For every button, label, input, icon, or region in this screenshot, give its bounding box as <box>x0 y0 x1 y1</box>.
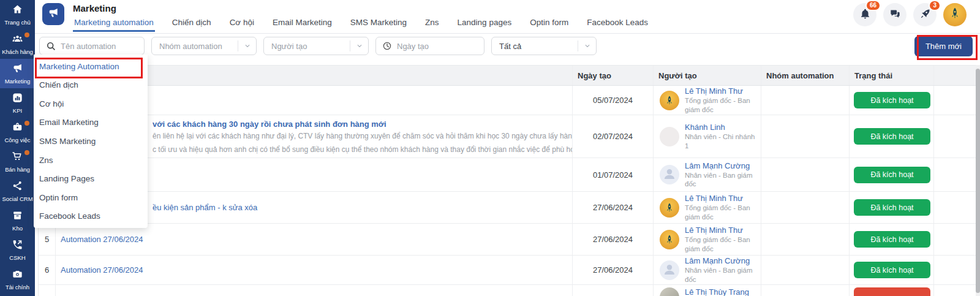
table-row: 5 Automation 27/06/2024 27/06/2024 Lê Th… <box>39 224 976 256</box>
vertical-scrollbar <box>976 65 980 296</box>
creator-avatar-placeholder <box>660 260 679 280</box>
creator-name-link[interactable]: Lê Thị Minh Thư <box>685 194 761 203</box>
creator-name-link[interactable]: Lâm Mạnh Cường <box>685 161 761 171</box>
sidebar-item-cong-viec[interactable]: Công việc <box>0 118 35 147</box>
person-icon <box>662 262 677 279</box>
megaphone-icon <box>47 7 59 21</box>
launcher-button[interactable]: 3 <box>913 3 937 26</box>
customers-icon <box>12 33 23 47</box>
sidebar-item-marketing[interactable]: Marketing <box>0 59 35 88</box>
group-cell <box>761 192 850 223</box>
tab-optin-form[interactable]: Optin form <box>529 18 570 32</box>
sidebar-item-social-crm[interactable]: Social CRM <box>0 176 35 206</box>
creator-avatar <box>660 127 679 146</box>
sidebar-item-label: Tài chính <box>6 284 29 290</box>
dropdown-item-marketing-automation[interactable]: Marketing Automation <box>34 57 148 76</box>
tab-sms-marketing[interactable]: SMS Marketing <box>349 18 408 32</box>
dropdown-item-email-marketing[interactable]: Email Marketing <box>34 113 148 132</box>
creator-role: Nhân viên - Chi nhánh 1 <box>685 132 761 150</box>
automation-group-select[interactable]: Nhóm automation <box>151 37 257 55</box>
dropdown-item-landing-pages[interactable]: Landing Pages <box>34 169 148 188</box>
status-cell: Đã kích hoạt <box>850 86 934 115</box>
automation-name-link[interactable]: Automation 27/06/2024 <box>56 256 573 284</box>
automation-name-link[interactable] <box>56 285 573 296</box>
tab-facebook-leads[interactable]: Facebook Leads <box>586 18 649 32</box>
automation-name-filter <box>39 37 145 55</box>
status-badge[interactable] <box>854 287 930 296</box>
tab-landing-pages[interactable]: Landing pages <box>456 18 513 32</box>
sidebar-item-kpi[interactable]: KPI <box>0 88 35 118</box>
header-created-date: Ngày tạo <box>573 66 654 85</box>
automation-name-input[interactable] <box>61 42 144 51</box>
status-selected-value: Tất cả <box>499 42 521 51</box>
sidebar-item-ban-hang[interactable]: Bán hàng <box>0 147 35 176</box>
status-select[interactable]: Tất cả <box>491 37 597 55</box>
creator-name-link[interactable]: Lê Thị Minh Thư <box>685 226 761 235</box>
notification-dot <box>24 121 29 126</box>
extra-cell <box>934 86 976 115</box>
messages-button[interactable] <box>883 3 907 26</box>
creator-cell: Lê Thị Minh ThưTổng giám đốc - Ban giám … <box>654 86 761 115</box>
creator-name-link[interactable]: Lê Thị Thùy Trang <box>685 287 749 296</box>
module-dropdown-menu: Marketing Automation Chiến dịch Cơ hội E… <box>34 55 148 228</box>
header-creator: Người tạo <box>654 66 761 85</box>
dropdown-item-facebook-leads[interactable]: Facebook Leads <box>34 207 148 226</box>
status-badge[interactable]: Đã kích hoạt <box>854 167 930 183</box>
tab-chien-dich[interactable]: Chiến dịch <box>171 18 213 32</box>
person-icon <box>662 166 677 183</box>
status-cell: Đã kích hoạt <box>850 224 934 255</box>
sidebar-item-label: CSKH <box>9 254 25 261</box>
created-date-cell: 02/07/2024 <box>573 115 654 157</box>
chevron-down-icon <box>350 40 368 51</box>
status-badge[interactable]: Đã kích hoạt <box>854 199 930 216</box>
user-avatar[interactable] <box>943 3 967 26</box>
created-date-input[interactable] <box>397 42 484 51</box>
sidebar-item-kho[interactable]: Kho <box>0 206 35 235</box>
creator-placeholder: Người tạo <box>271 42 307 51</box>
tab-zns[interactable]: Zns <box>424 18 440 32</box>
automation-name-link[interactable]: với các khách hàng 30 ngày rồi chưa phát… <box>153 120 386 129</box>
table-row: Lê Thị Thùy Trang <box>39 285 976 296</box>
status-cell <box>850 285 934 296</box>
add-new-button[interactable]: Thêm mới <box>914 36 973 56</box>
scrollbar-thumb[interactable] <box>976 69 980 293</box>
automation-name-link[interactable]: Automation 27/06/2024 <box>56 224 573 255</box>
chat-icon <box>889 8 901 22</box>
header-extra <box>934 66 976 85</box>
dropdown-item-zns[interactable]: Zns <box>34 151 148 170</box>
creator-name-link[interactable]: Lâm Mạnh Cường <box>685 256 761 266</box>
creator-select[interactable]: Người tạo <box>263 37 369 55</box>
sidebar-item-trang-chu[interactable]: Trang chủ <box>0 0 35 29</box>
tab-marketing-automation[interactable]: Marketing automation <box>73 18 155 32</box>
notifications-button[interactable]: 66 <box>853 3 876 26</box>
sidebar-item-khach-hang[interactable]: Khách hàng <box>0 29 35 59</box>
topbar: Marketing Marketing automation Chiến dịc… <box>35 0 980 34</box>
warehouse-icon <box>12 210 23 224</box>
creator-avatar <box>660 198 679 218</box>
row-number <box>39 285 56 296</box>
status-badge[interactable]: Đã kích hoạt <box>854 128 930 145</box>
row-number: 5 <box>39 224 56 255</box>
status-badge[interactable]: Đã kích hoạt <box>854 231 930 248</box>
chevron-down-icon <box>578 40 596 51</box>
sidebar-item-label: KPI <box>13 107 22 114</box>
dropdown-item-co-hoi[interactable]: Cơ hội <box>34 94 148 113</box>
dropdown-item-optin-form[interactable]: Optin form <box>34 188 148 207</box>
tab-co-hoi[interactable]: Cơ hội <box>228 18 255 32</box>
dropdown-item-chien-dich[interactable]: Chiến dịch <box>34 76 148 95</box>
table-row: 6 Automation 27/06/2024 27/06/2024 Lâm M… <box>39 256 976 285</box>
tab-email-marketing[interactable]: Email Marketing <box>271 18 333 32</box>
creator-avatar <box>660 230 679 249</box>
automation-description: c tối ưu và hiệu quả hơn anh chị có thể … <box>153 145 573 154</box>
status-badge[interactable]: Đã kích hoạt <box>854 262 930 278</box>
sidebar-item-cskh[interactable]: CSKH <box>0 235 35 265</box>
dropdown-item-sms-marketing[interactable]: SMS Marketing <box>34 132 148 151</box>
creator-name-link[interactable]: Lê Thị Minh Thư <box>685 86 761 96</box>
sidebar-item-tai-chinh[interactable]: Tài chính <box>0 265 35 294</box>
status-badge[interactable]: Đã kích hoạt <box>854 92 930 108</box>
created-date-cell <box>573 285 654 296</box>
group-cell <box>761 285 850 296</box>
status-cell: Đã kích hoạt <box>850 158 934 191</box>
creator-name-link[interactable]: Khánh Linh <box>685 123 761 132</box>
creator-role: Tổng giám đốc - Ban giám đốc <box>685 96 761 114</box>
